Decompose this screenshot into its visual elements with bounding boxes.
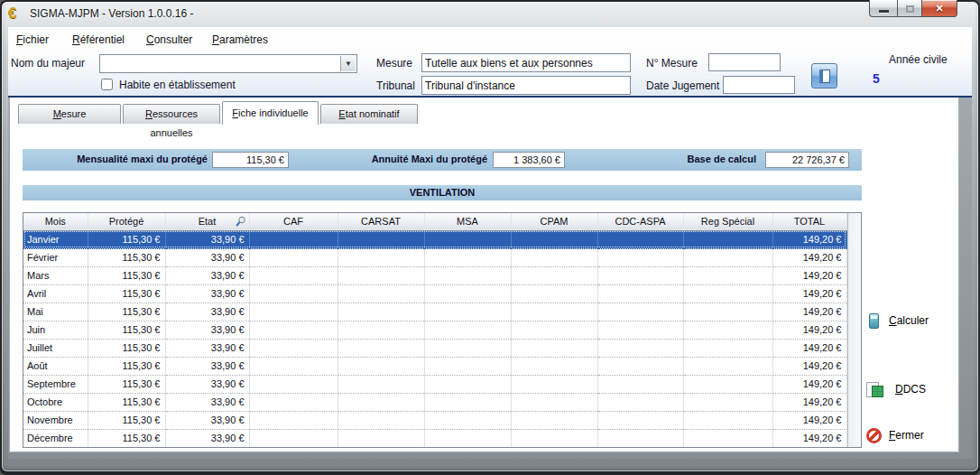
calculer-button[interactable]: Calculer [869,311,968,331]
calculator-icon [869,313,879,329]
table-row-fevrier[interactable]: Février115,30 €33,90 €149,20 € [23,248,846,266]
table-scrollbar-track[interactable] [847,213,862,447]
magnifier-icon [235,216,246,228]
annuite-label: Annuité Maxi du protégé [320,154,487,164]
table-row-octobre[interactable]: Octobre115,30 €33,90 €149,20 € [23,393,846,411]
table-row-janvier[interactable]: Janvier115,30 €33,90 €149,20 € [23,230,846,248]
tribunal-input[interactable] [421,76,631,95]
column-header-cpam[interactable]: CPAM [511,213,597,230]
mesure-input[interactable] [421,53,631,72]
table-row-mars[interactable]: Mars115,30 €33,90 €149,20 € [23,266,846,284]
caption-buttons: ✕ [869,0,957,17]
app-icon: € [8,5,25,22]
num-mesure-input[interactable] [708,53,781,71]
column-header-protege[interactable]: Protégé [88,213,165,230]
num-mesure-label: N° Mesure [646,57,698,70]
table-header-row: Mois Protégé Etat CAF CARSAT MSA CPAM CD… [23,213,846,230]
table-row-septembre[interactable]: Septembre115,30 €33,90 €149,20 € [23,375,846,393]
close-button[interactable]: ✕ [921,0,957,17]
table-row-avril[interactable]: Avril115,30 €33,90 €149,20 € [23,284,846,303]
title-bar[interactable]: € SIGMA-MJPM - Version 1.0.0.16 - ✕ [0,0,980,27]
table-row-novembre[interactable]: Novembre115,30 €33,90 €149,20 € [23,411,846,429]
spreadsheet-export-icon [866,382,883,397]
application-window: € SIGMA-MJPM - Version 1.0.0.16 - ✕ Fich… [0,0,980,475]
tab-etat-nominatif[interactable]: Etat nominatif [320,104,418,124]
nom-du-majeur-combobox[interactable]: ▼ [99,54,357,73]
column-header-carsat[interactable]: CARSAT [337,213,424,230]
table-row-juin[interactable]: Juin115,30 €33,90 €149,20 € [23,321,846,339]
tab-fiche-individuelle[interactable]: Fiche individuelle [222,101,319,125]
fermer-label: Fermer [889,429,924,442]
mensualite-label: Mensualité maxi du protégé [23,154,208,164]
column-header-mois[interactable]: Mois [23,213,88,230]
column-header-reg-special[interactable]: Reg Spécial [683,213,772,230]
maximize-button[interactable] [897,0,921,17]
menu-item-parametres[interactable]: Paramètres [212,33,268,46]
tab-ressources-annuelles[interactable]: Ressources annuelles [123,104,220,124]
ventilation-table: Mois Protégé Etat CAF CARSAT MSA CPAM CD… [23,213,847,447]
column-header-etat[interactable]: Etat [165,213,249,230]
column-header-total[interactable]: TOTAL [772,213,846,230]
column-header-msa[interactable]: MSA [424,213,511,230]
combobox-dropdown-button[interactable]: ▼ [340,56,356,71]
annuite-field[interactable]: 1 383,60 € [493,152,565,168]
ventilation-table-container: Mois Protégé Etat CAF CARSAT MSA CPAM CD… [23,212,862,448]
base-calcul-label: Base de calcul [618,154,756,164]
table-row-aout[interactable]: Août115,30 €33,90 €149,20 € [23,357,846,375]
chevron-down-icon: ▼ [345,60,352,68]
tribunal-label: Tribunal [376,79,415,92]
menu-item-fichier[interactable]: Fichier [16,33,49,46]
summary-band: Mensualité maxi du protégé 115,30 € Annu… [23,149,862,171]
column-header-caf[interactable]: CAF [249,213,337,230]
book-icon [819,70,830,83]
date-jugement-label: Date Jugement [646,79,719,92]
no-entry-icon [866,428,882,443]
close-icon: ✕ [935,3,943,14]
ddcs-button[interactable]: DDCS [866,378,966,400]
calculer-label: Calculer [889,314,929,327]
ventilation-title: VENTILATION [23,185,862,200]
habite-label: Habite en établissement [119,79,236,91]
annee-civile-button[interactable] [811,63,837,88]
maximize-icon [906,5,914,13]
fermer-button[interactable]: Fermer [866,424,966,446]
ddcs-label: DDCS [895,383,926,396]
menu-item-consulter[interactable]: Consulter [146,33,192,46]
menu-item-referentiel[interactable]: Référentiel [72,33,125,46]
nom-du-majeur-label: Nom du majeur [11,57,85,70]
window-title: SIGMA-MJPM - Version 1.0.0.16 - [30,7,193,20]
table-row-juillet[interactable]: Juillet115,30 €33,90 €149,20 € [23,339,846,357]
date-jugement-input[interactable] [723,76,795,94]
table-row-mai[interactable]: Mai115,30 €33,90 €149,20 € [23,303,846,321]
annee-civile-label: Année civile [889,53,948,66]
table-row-decembre[interactable]: Décembre115,30 €33,90 €149,20 € [23,429,846,447]
nom-du-majeur-input[interactable] [101,56,339,71]
column-header-cdc-aspa[interactable]: CDC-ASPA [597,213,683,230]
tab-mesure[interactable]: Mesure [18,104,121,124]
mesure-label: Mesure [376,57,412,70]
habite-checkbox[interactable] [101,79,113,90]
mensualite-field[interactable]: 115,30 € [212,152,289,168]
annee-civile-value: 5 [873,71,880,86]
minimize-icon [879,10,889,13]
base-calcul-field[interactable]: 22 726,37 € [765,152,849,168]
minimize-button[interactable] [869,0,897,17]
